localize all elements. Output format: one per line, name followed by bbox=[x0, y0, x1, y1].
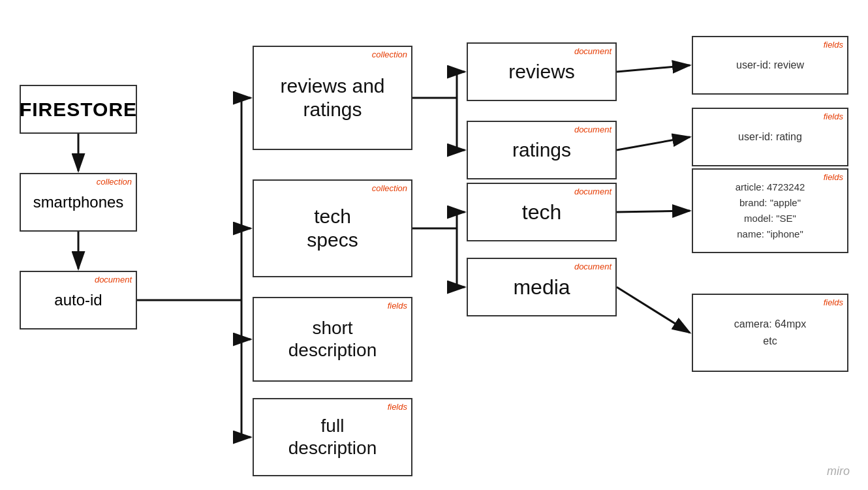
tech-doc-label: tech bbox=[522, 200, 561, 224]
reviews-ratings-label: reviews andratings bbox=[280, 74, 384, 121]
tech-specs-node: collection techspecs bbox=[253, 179, 412, 277]
smartphones-label: smartphones bbox=[33, 193, 124, 211]
tech-fields-node: fields article: 4723242brand: "apple"mod… bbox=[692, 168, 848, 253]
auto-id-node: document auto-id bbox=[20, 271, 137, 329]
firestore-label: FIRESTORE bbox=[20, 99, 137, 121]
full-description-node: fields fulldescription bbox=[253, 398, 412, 476]
smartphones-badge: collection bbox=[97, 177, 132, 187]
reviews-fields-badge: fields bbox=[824, 40, 843, 50]
arrow-ratings-fields bbox=[617, 137, 690, 150]
smartphones-node: collection smartphones bbox=[20, 173, 137, 232]
auto-id-label: auto-id bbox=[54, 291, 102, 309]
media-fields-badge: fields bbox=[824, 298, 843, 307]
tech-specs-badge: collection bbox=[372, 183, 407, 193]
ratings-fields-text: user-id: rating bbox=[738, 129, 802, 145]
ratings-doc-node: document ratings bbox=[467, 121, 617, 179]
tech-doc-node: document tech bbox=[467, 183, 617, 241]
tech-doc-badge: document bbox=[574, 187, 612, 196]
media-fields-text: camera: 64mpxetc bbox=[734, 316, 806, 349]
full-description-label: fulldescription bbox=[288, 415, 377, 459]
ratings-doc-badge: document bbox=[574, 125, 612, 134]
reviews-doc-node: document reviews bbox=[467, 42, 617, 101]
ratings-doc-label: ratings bbox=[512, 138, 571, 162]
short-description-badge: fields bbox=[388, 301, 407, 311]
reviews-fields-text: user-id: review bbox=[736, 57, 804, 74]
tech-fields-text: article: 4723242brand: "apple"model: "SE… bbox=[736, 179, 805, 242]
auto-id-badge: document bbox=[95, 275, 132, 284]
reviews-doc-badge: document bbox=[574, 46, 612, 56]
arrow-media-fields bbox=[617, 287, 690, 333]
media-doc-node: document media bbox=[467, 258, 617, 316]
reviews-doc-label: reviews bbox=[508, 60, 575, 84]
media-fields-node: fields camera: 64mpxetc bbox=[692, 294, 848, 372]
diagram-container: FIRESTORE collection smartphones documen… bbox=[0, 0, 868, 490]
arrow-tech-fields bbox=[617, 211, 690, 212]
media-doc-badge: document bbox=[574, 262, 612, 271]
short-description-node: fields shortdescription bbox=[253, 297, 412, 382]
miro-label: miro bbox=[827, 465, 850, 478]
tech-fields-badge: fields bbox=[824, 172, 843, 182]
ratings-fields-node: fields user-id: rating bbox=[692, 108, 848, 166]
short-description-label: shortdescription bbox=[288, 317, 377, 361]
firestore-node: FIRESTORE bbox=[20, 85, 137, 134]
full-description-badge: fields bbox=[388, 402, 407, 412]
reviews-fields-node: fields user-id: review bbox=[692, 36, 848, 95]
media-doc-label: media bbox=[513, 275, 570, 299]
ratings-fields-badge: fields bbox=[824, 112, 843, 121]
reviews-ratings-badge: collection bbox=[372, 50, 407, 59]
arrow-reviews-fields bbox=[617, 65, 690, 72]
reviews-ratings-node: collection reviews andratings bbox=[253, 46, 412, 150]
tech-specs-label: techspecs bbox=[307, 205, 358, 252]
